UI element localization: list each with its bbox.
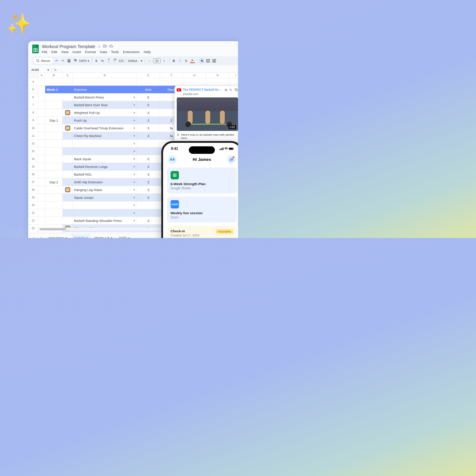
dropdown-arrow-icon[interactable]: ▼: [133, 142, 135, 145]
day-label[interactable]: [45, 186, 63, 193]
exercise-cell[interactable]: ▼: [73, 202, 137, 209]
header-week[interactable]: Week 1: [45, 86, 63, 93]
document-title[interactable]: Workout Program Template: [42, 44, 95, 49]
day-label[interactable]: [45, 93, 63, 101]
exercise-cell[interactable]: Barbell Bent Over Row▼: [73, 101, 137, 109]
day-label[interactable]: [45, 194, 63, 201]
exercise-cell[interactable]: Barbell Standing Shoulder Press▼: [73, 217, 137, 224]
row-header[interactable]: 22: [28, 217, 38, 224]
dropdown-arrow-icon[interactable]: ▼: [133, 189, 135, 191]
zoom-selector[interactable]: 100% ▾: [79, 59, 89, 63]
format-currency-icon[interactable]: $: [94, 59, 99, 63]
row-header[interactable]: 12: [28, 140, 38, 147]
sets-cell[interactable]: 3: [137, 170, 160, 178]
sets-cell[interactable]: 3: [137, 186, 160, 193]
bold-icon[interactable]: B: [171, 59, 176, 63]
day-label[interactable]: [45, 217, 63, 224]
print-icon[interactable]: [67, 59, 71, 63]
sets-cell[interactable]: [137, 209, 160, 217]
header-sets[interactable]: Sets: [137, 86, 160, 93]
menu-edit[interactable]: Edit: [51, 50, 57, 54]
row-header[interactable]: 4: [28, 78, 38, 85]
dropdown-arrow-icon[interactable]: ▼: [133, 127, 135, 129]
superset-cell[interactable]: 🔁: [63, 186, 73, 193]
exercise-cell[interactable]: Chest Fly Machine▼: [73, 132, 137, 139]
cell[interactable]: [38, 117, 45, 124]
sets-cell[interactable]: [137, 147, 160, 155]
exercise-cell[interactable]: Push Up▼: [73, 117, 137, 124]
exercise-cell[interactable]: ▼: [73, 147, 137, 155]
dropdown-arrow-icon[interactable]: ▼: [133, 181, 135, 183]
row-header[interactable]: 8: [28, 109, 38, 116]
day-label[interactable]: [45, 155, 63, 163]
font-size-decrease[interactable]: −: [147, 59, 152, 63]
row-header[interactable]: 6: [28, 93, 38, 101]
day-label[interactable]: [45, 202, 63, 209]
cell[interactable]: [38, 209, 45, 217]
row-header[interactable]: 23: [28, 224, 38, 232]
exercise-cell[interactable]: Barbell Reverse Lunge▼: [73, 163, 137, 170]
undo-icon[interactable]: ↶: [54, 59, 59, 63]
row-header[interactable]: 9: [28, 117, 38, 124]
font-size-increase[interactable]: +: [162, 59, 167, 63]
italic-icon[interactable]: I: [178, 59, 183, 63]
cell[interactable]: [38, 132, 45, 139]
sets-cell[interactable]: 3: [137, 163, 160, 170]
cell[interactable]: [38, 93, 45, 101]
row-header[interactable]: 16: [28, 170, 38, 178]
superset-cell[interactable]: [63, 101, 73, 109]
cell[interactable]: [38, 194, 45, 201]
sets-cell[interactable]: 5: [137, 101, 160, 109]
row-header[interactable]: 13: [28, 147, 38, 155]
cell[interactable]: [38, 109, 45, 116]
row-header[interactable]: 18: [28, 186, 38, 193]
sets-cell[interactable]: 3: [137, 124, 160, 132]
star-icon[interactable]: ☆: [98, 45, 101, 49]
day-label[interactable]: [45, 124, 63, 132]
menu-tools[interactable]: Tools: [111, 50, 119, 54]
link-preview-title[interactable]: The PERFECT Barbell Ro…: [183, 88, 223, 91]
menu-extensions[interactable]: Extensions: [123, 50, 140, 54]
superset-cell[interactable]: [63, 93, 73, 101]
row-header[interactable]: 15: [28, 163, 38, 170]
row-header[interactable]: 21: [28, 209, 38, 217]
cell[interactable]: [38, 86, 45, 93]
move-folder-icon[interactable]: [103, 44, 107, 49]
row-header[interactable]: 7: [28, 101, 38, 109]
col-header[interactable]: E: [137, 73, 160, 78]
row-header[interactable]: 10: [28, 124, 38, 132]
superset-cell[interactable]: [63, 155, 73, 163]
cell[interactable]: [137, 78, 160, 85]
cell[interactable]: [63, 78, 73, 85]
col-header[interactable]: B: [45, 73, 63, 78]
cell[interactable]: [38, 178, 45, 186]
day-label[interactable]: [45, 140, 63, 147]
day-label[interactable]: Day 2: [45, 178, 63, 186]
dropdown-arrow-icon[interactable]: ▼: [133, 173, 135, 176]
cloud-status-icon[interactable]: [109, 45, 114, 49]
cell[interactable]: [63, 86, 73, 93]
row-header[interactable]: 17: [28, 178, 38, 186]
exercise-cell[interactable]: ▼: [73, 209, 137, 217]
sets-cell[interactable]: 3: [137, 194, 160, 201]
dropdown-arrow-icon[interactable]: ▼: [133, 135, 135, 137]
sets-cell[interactable]: 3: [137, 117, 160, 124]
row-header[interactable]: 20: [28, 202, 38, 209]
text-size-button[interactable]: AA: [168, 155, 177, 164]
sheet-tab-data[interactable]: DATA▾: [117, 235, 133, 238]
dropdown-arrow-icon[interactable]: ▼: [133, 158, 135, 160]
copy-link-icon[interactable]: ⧉: [225, 88, 227, 92]
cell[interactable]: [38, 140, 45, 147]
cell[interactable]: [73, 78, 137, 85]
sheet-tab-weeks[interactable]: Weeks 1-6▾: [92, 235, 115, 238]
strikethrough-icon[interactable]: S: [184, 59, 189, 63]
superset-cell[interactable]: [63, 209, 73, 217]
video-thumbnail[interactable]: 0:53: [177, 97, 238, 131]
sheet-tab-sample[interactable]: Sample▾: [72, 235, 90, 238]
row-header[interactable]: 5: [28, 86, 38, 93]
superset-cell[interactable]: [63, 163, 73, 170]
superset-cell[interactable]: [63, 132, 73, 139]
cell[interactable]: [38, 101, 45, 109]
menu-file[interactable]: File: [42, 50, 47, 54]
sets-cell[interactable]: 3: [137, 132, 160, 139]
